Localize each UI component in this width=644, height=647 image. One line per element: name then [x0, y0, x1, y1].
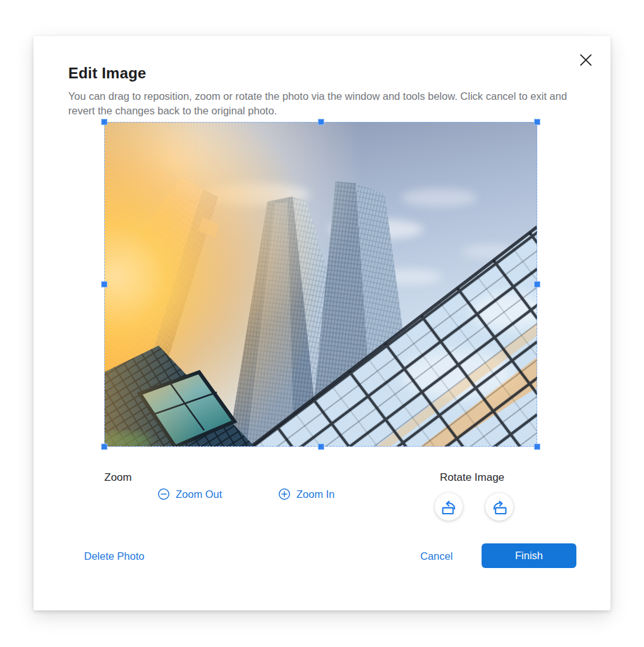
rotate-section-label: Rotate Image: [440, 471, 504, 484]
finish-button[interactable]: Finish: [482, 543, 576, 568]
resize-handle-bottom-left[interactable]: [101, 444, 107, 450]
edit-image-dialog: Edit Image You can drag to reposition, z…: [33, 36, 611, 610]
plus-circle-icon: [278, 488, 291, 500]
resize-handle-top-center[interactable]: [318, 119, 324, 125]
photo-crop-area[interactable]: [104, 122, 537, 447]
resize-handle-middle-right[interactable]: [534, 281, 540, 287]
zoom-in-label: Zoom In: [296, 488, 335, 500]
zoom-section-label: Zoom: [104, 471, 131, 484]
rotate-right-icon: [491, 499, 508, 516]
rotate-left-icon: [440, 499, 458, 516]
zoom-out-label: Zoom Out: [176, 488, 222, 500]
resize-handle-top-left[interactable]: [101, 119, 107, 125]
cancel-button[interactable]: Cancel: [420, 549, 453, 563]
dialog-description: You can drag to reposition, zoom or rota…: [68, 89, 595, 118]
delete-photo-button[interactable]: Delete Photo: [84, 549, 144, 563]
resize-handle-top-right[interactable]: [534, 119, 540, 125]
rotate-left-button[interactable]: [435, 493, 463, 521]
minus-circle-icon: [157, 488, 170, 500]
resize-handle-bottom-right[interactable]: [534, 444, 540, 450]
close-button[interactable]: [576, 50, 596, 70]
zoom-out-button[interactable]: Zoom Out: [157, 485, 222, 503]
resize-handle-bottom-center[interactable]: [318, 444, 324, 450]
rotate-right-button[interactable]: [485, 493, 513, 521]
dialog-title: Edit Image: [68, 64, 146, 83]
photo-skyscrapers[interactable]: [104, 122, 537, 447]
resize-handle-middle-left[interactable]: [101, 281, 107, 287]
close-icon: [578, 52, 594, 68]
zoom-in-button[interactable]: Zoom In: [278, 485, 335, 503]
